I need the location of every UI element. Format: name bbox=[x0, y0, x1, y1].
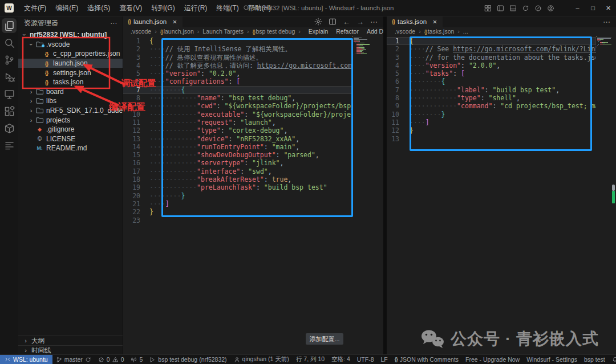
tree-item-README.md[interactable]: M↓README.md bbox=[18, 144, 123, 153]
tree-item-launch.json[interactable]: {}launch.json bbox=[18, 59, 123, 68]
sidebar-section-1[interactable]: ›时间线 bbox=[18, 345, 123, 355]
minimap[interactable] bbox=[352, 36, 368, 58]
status-notifications[interactable] bbox=[609, 355, 616, 364]
gear-icon[interactable] bbox=[314, 18, 322, 26]
tree-item-projects[interactable]: ›projects bbox=[18, 115, 123, 125]
dnd-icon[interactable] bbox=[534, 5, 542, 12]
code-text: ····"tasks": [ bbox=[410, 69, 465, 77]
code-lens-explain[interactable]: Explain bbox=[309, 28, 328, 35]
git-icon: ◆ bbox=[38, 126, 42, 132]
forward-icon[interactable]: → bbox=[356, 18, 364, 26]
breadcrumb-item[interactable]: .vscode bbox=[395, 28, 415, 35]
code-text: ····// 使用 IntelliSense 了解相关属性。 bbox=[149, 45, 291, 53]
layout-panel-icon[interactable] bbox=[509, 5, 517, 12]
close-icon[interactable]: ✕ bbox=[432, 19, 437, 25]
menu-item-6[interactable]: 终端(T) bbox=[212, 2, 243, 15]
code-editor-launch[interactable]: 1{2····// 使用 IntelliSense 了解相关属性。3····//… bbox=[123, 35, 352, 355]
status-encoding[interactable]: UTF-8 bbox=[354, 355, 378, 364]
layout-grid-icon[interactable] bbox=[484, 5, 492, 12]
code-editor-tasks[interactable]: 1{2····// See https://go.microsoft.com/f… bbox=[387, 35, 596, 355]
more-actions-icon[interactable]: ⋯ bbox=[370, 18, 378, 26]
status-cursor-position[interactable]: 行 7, 列 10 bbox=[293, 355, 328, 364]
tree-item-board[interactable]: ›board bbox=[18, 87, 123, 97]
code-text: ····] bbox=[410, 118, 429, 126]
back-icon[interactable]: ← bbox=[343, 18, 350, 26]
tree-item-label: README.md bbox=[46, 144, 87, 152]
code-line-12: 12············"type": "cortex-debug", bbox=[123, 126, 352, 134]
tree-item-c_cpp_properties.json[interactable]: {}c_cpp_properties.json bbox=[18, 49, 123, 59]
tree-item-.vscode[interactable]: ›.vscode bbox=[18, 40, 123, 50]
activitybar-package[interactable] bbox=[2, 121, 17, 136]
more-actions-icon[interactable]: ⋯ bbox=[603, 18, 610, 26]
activitybar-run-debug[interactable] bbox=[2, 69, 17, 84]
line-number: 1 bbox=[123, 37, 140, 45]
windsurf-window: W 文件(F)编辑(E)选择(S)查看(V)转到(G)运行(R)终端(T)帮助(… bbox=[0, 0, 616, 364]
tree-item-label: libs bbox=[46, 97, 56, 105]
status-ports[interactable]: 5 bbox=[127, 355, 146, 364]
status-problems[interactable]: 00 bbox=[95, 355, 128, 364]
status-remote-indicator[interactable]: WSL: ubuntu bbox=[0, 355, 52, 364]
menu-item-3[interactable]: 查看(V) bbox=[115, 2, 147, 15]
breadcrumb-item[interactable]: .vscode bbox=[131, 28, 151, 35]
status-plan[interactable]: Free - Upgrade Now bbox=[462, 355, 523, 364]
activitybar-explorer[interactable] bbox=[2, 18, 17, 33]
breadcrumb-item[interactable]: {} bsp test debug bbox=[252, 28, 295, 35]
tree-item-label: tasks.json bbox=[53, 78, 83, 86]
tree-item-settings.json[interactable]: {}settings.json bbox=[18, 68, 123, 77]
line-number: 6 bbox=[123, 77, 140, 85]
add-configuration-button[interactable]: 添加配置... bbox=[306, 333, 343, 345]
tree-item-nrf52832-WSL-ubuntu-[interactable]: ›nrf52832 [WSL: ubuntu] bbox=[18, 30, 123, 40]
menu-item-1[interactable]: 编辑(E) bbox=[51, 2, 83, 15]
tree-item-.gitignore[interactable]: ◆.gitignore bbox=[18, 125, 123, 134]
bell-icon bbox=[612, 357, 616, 363]
sidebar-section-0[interactable]: ›大纲 bbox=[18, 336, 123, 345]
status-profile[interactable]: bsp test bbox=[581, 355, 609, 364]
tree-item-nRF5_SDK_17.1.0_ddde560[interactable]: ›nRF5_SDK_17.1.0_ddde560 bbox=[18, 106, 123, 116]
status-eol[interactable]: LF bbox=[378, 355, 391, 364]
line-number: 14 bbox=[123, 143, 140, 151]
status-commit-author[interactable]: qingshan (1 天前) bbox=[230, 355, 293, 364]
scrollbar-thumb[interactable] bbox=[612, 185, 615, 191]
command-center[interactable]: nrf52832 [WSL: ubuntu] - Windsurf - laun… bbox=[243, 2, 394, 14]
sync-icon[interactable] bbox=[522, 5, 529, 12]
minimap[interactable] bbox=[596, 36, 612, 48]
status-git-branch[interactable]: master bbox=[52, 355, 95, 364]
close-button[interactable]: ✕ bbox=[601, 0, 616, 16]
menu-item-2[interactable]: 选择(S) bbox=[83, 2, 115, 15]
code-lens-add-docstri[interactable]: Add Docstri bbox=[367, 28, 383, 35]
status-debug-target[interactable]: bsp test debug (nrf52832) bbox=[146, 355, 230, 364]
activitybar-remote-explorer[interactable] bbox=[2, 87, 17, 101]
breadcrumb-item[interactable]: {} tasks.json bbox=[424, 28, 455, 35]
menu-item-0[interactable]: 文件(F) bbox=[19, 2, 51, 15]
layout-sidebar-icon[interactable] bbox=[497, 5, 504, 12]
close-icon[interactable]: ✕ bbox=[172, 19, 177, 25]
status-language-mode[interactable]: {}JSON with Comments bbox=[391, 355, 462, 364]
more-actions-icon[interactable]: ⋯ bbox=[110, 19, 117, 27]
status-bar: WSL: ubuntumaster005bsp test debug (nrf5… bbox=[0, 354, 616, 364]
minimize-button[interactable]: – bbox=[570, 0, 585, 16]
account-icon[interactable] bbox=[547, 5, 554, 12]
maximize-button[interactable]: □ bbox=[585, 0, 601, 16]
breadcrumb-item[interactable]: ... bbox=[463, 28, 468, 35]
tab-launch-json[interactable]: {} launch.json ✕ bbox=[123, 16, 183, 27]
status-indentation[interactable]: 空格: 4 bbox=[328, 355, 354, 364]
tab-tasks-json[interactable]: {} tasks.json ✕ bbox=[387, 16, 443, 27]
activitybar-source-control[interactable] bbox=[2, 52, 17, 67]
status-windsurf-settings[interactable]: Windsurf - Settings bbox=[523, 355, 581, 364]
split-editor-icon[interactable] bbox=[329, 18, 337, 26]
breadcrumb-item[interactable]: {} launch.json bbox=[160, 28, 194, 35]
editor-split-handle[interactable] bbox=[383, 16, 387, 355]
tree-item-tasks.json[interactable]: {}tasks.json bbox=[18, 77, 123, 87]
activitybar-search[interactable] bbox=[2, 35, 17, 50]
breadcrumb-item[interactable]: Launch Targets bbox=[202, 28, 244, 35]
activitybar-outline[interactable] bbox=[2, 138, 17, 153]
code-lens-refactor[interactable]: Refactor bbox=[336, 28, 359, 35]
menu-item-4[interactable]: 转到(G) bbox=[147, 2, 179, 15]
tree-item-label: nRF5_SDK_17.1.0_ddde560 bbox=[46, 107, 123, 114]
breadcrumb[interactable]: .vscode›{} launch.json›Launch Targets›{}… bbox=[123, 27, 383, 35]
menu-item-5[interactable]: 运行(R) bbox=[180, 2, 212, 15]
tree-item-libs[interactable]: ›libs bbox=[18, 96, 123, 106]
breadcrumb[interactable]: .vscode›{} tasks.json›... bbox=[387, 27, 616, 35]
activitybar-extensions[interactable] bbox=[2, 104, 17, 118]
tree-item-LICENSE[interactable]: ©LICENSE bbox=[18, 134, 123, 144]
